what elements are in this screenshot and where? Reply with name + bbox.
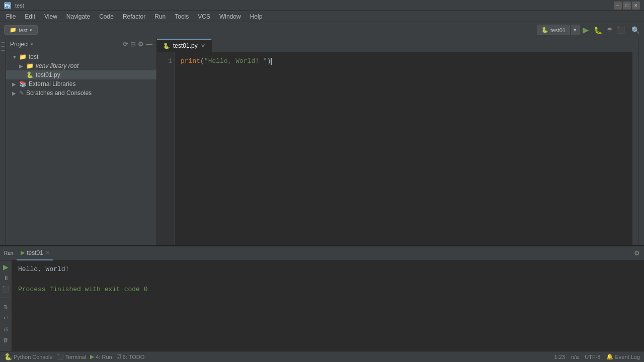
status-python-console-label: Python Console [14, 354, 53, 360]
code-string: "Hello, World! " [204, 56, 267, 66]
editor-tab-test01py[interactable]: 🐍 test01.py ✕ [157, 39, 212, 52]
sidebar-title: Project [10, 41, 29, 48]
app-wrapper: Py test ─ □ ✕ File Edit View Navigate Co… [0, 0, 644, 362]
status-terminal[interactable]: ⬛ Terminal [57, 353, 87, 360]
settings-icon[interactable]: ⚙ [138, 40, 144, 48]
sidebar-header: Project ▾ ⟳ ⊟ ⚙ — [6, 38, 156, 50]
maximize-button[interactable]: □ [623, 2, 631, 10]
status-run-label: 4: Run [96, 354, 112, 360]
status-event-log[interactable]: 🔔 Event Log [606, 353, 640, 360]
collapse-icon[interactable]: ⊟ [130, 40, 136, 48]
menu-run[interactable]: Run [150, 12, 170, 21]
run-rerun-button[interactable]: ▶ [2, 262, 11, 272]
tree-item-scratches[interactable]: ▶ ✎ Scratches and Consoles [6, 88, 156, 98]
project-label: test [19, 27, 28, 33]
tree-arrow-scratches: ▶ [12, 90, 17, 96]
status-na-label: n/a [571, 354, 579, 360]
menu-view[interactable]: View [40, 12, 61, 21]
bottom-settings-icon[interactable]: ⚙ [634, 249, 640, 257]
menu-tools[interactable]: Tools [171, 12, 193, 21]
tree-arrow-external: ▶ [12, 81, 17, 87]
sync-icon[interactable]: ⟳ [123, 40, 128, 48]
scratches-icon: ✎ [19, 89, 24, 97]
run-sortmode-button[interactable]: ⇅ [2, 302, 11, 311]
run-config-button[interactable]: 🐍 test01 [537, 25, 570, 35]
editor-tabs: 🐍 test01.py ✕ [157, 38, 638, 52]
project-selector[interactable]: 📁 test ▾ [4, 25, 38, 35]
line-numbers: 1 [157, 52, 175, 245]
activity-icon-3[interactable] [1, 50, 5, 51]
status-na[interactable]: n/a [571, 354, 579, 360]
bottom-tab-run[interactable]: ▶ test01 ✕ [17, 246, 53, 260]
status-run-icon: ▶ [90, 353, 94, 360]
menu-refactor[interactable]: Refactor [119, 12, 149, 21]
minimize-button[interactable]: ─ [614, 2, 622, 10]
status-encoding-label: UTF-8 [585, 354, 600, 360]
menu-code[interactable]: Code [95, 12, 118, 21]
menu-vcs[interactable]: VCS [194, 12, 214, 21]
tree-item-test01py[interactable]: ▶ 🐍 test01.py [6, 70, 156, 79]
tree-item-venv[interactable]: ▶ 📁 venv library root [6, 61, 156, 70]
status-todo[interactable]: ☑ 6: TODO [116, 353, 145, 360]
tree-item-external[interactable]: ▶ 📚 External Libraries [6, 79, 156, 88]
close-button[interactable]: ✕ [632, 2, 640, 10]
title-bar: Py test ─ □ ✕ [0, 0, 644, 11]
tree-label-scratches: Scratches and Consoles [26, 89, 92, 97]
python-file-icon: 🐍 [541, 27, 548, 33]
search-everywhere-button[interactable]: 🔍 [631, 26, 640, 34]
project-sidebar: Project ▾ ⟳ ⊟ ⚙ — ▼ 📁 test [6, 38, 157, 245]
minimize-panel-icon[interactable]: — [146, 40, 152, 48]
activity-icon-1[interactable] [1, 42, 5, 43]
output-line-1: Hello, World! [18, 264, 638, 275]
status-python-icon: 🐍 [4, 353, 12, 360]
run-debug-button[interactable]: 🐛 [592, 26, 604, 34]
status-python-console[interactable]: 🐍 Python Console [4, 353, 53, 360]
run-group: 🐍 test01 ▾ ▶ 🐛 ☂ ⬛ [537, 25, 626, 35]
sidebar-dropdown-icon: ▾ [31, 42, 33, 47]
status-right: 1:23 n/a UTF-8 🔔 Event Log [554, 353, 640, 360]
folder-icon: 📁 [10, 27, 17, 33]
menu-window[interactable]: Window [215, 12, 245, 21]
tree-arrow-venv: ▶ [19, 63, 24, 69]
bottom-tabs: Run: ▶ test01 ✕ ⚙ [0, 246, 644, 260]
activity-icon-2[interactable] [1, 46, 5, 47]
tab-close-button[interactable]: ✕ [201, 43, 205, 49]
tree-arrow-test: ▼ [12, 54, 17, 60]
status-encoding[interactable]: UTF-8 [585, 354, 600, 360]
run-clear-button[interactable]: 🗑 [2, 335, 11, 344]
left-activity-bar [0, 38, 6, 245]
run-coverage-button[interactable]: ☂ [605, 26, 614, 34]
menu-file[interactable]: File [2, 12, 20, 21]
run-stop-sidebar-button[interactable]: ⬛ [2, 285, 11, 294]
todo-icon: ☑ [116, 353, 121, 360]
status-position-label: 1:23 [554, 354, 565, 360]
tab-python-icon: 🐍 [163, 43, 170, 49]
status-run-tab[interactable]: ▶ 4: Run [90, 353, 112, 360]
menu-navigate[interactable]: Navigate [62, 12, 94, 21]
toolbar: 📁 test ▾ 🐍 test01 ▾ ▶ 🐛 ☂ ⬛ 🔍 [0, 22, 644, 38]
run-stop-button[interactable]: ⬛ [615, 26, 626, 34]
run-wrap-button[interactable]: ↩ [2, 313, 11, 322]
window-controls: ─ □ ✕ [614, 2, 640, 10]
run-config-dropdown[interactable]: ▾ [571, 25, 580, 35]
tree-label-test: test [29, 53, 38, 60]
folder-icon-venv: 📁 [26, 62, 34, 69]
bottom-panel: Run: ▶ test01 ✕ ⚙ ▶ ⏸ ⬛ ⇅ [0, 245, 644, 351]
tree-item-test[interactable]: ▼ 📁 test [6, 52, 156, 61]
folder-icon-test: 📁 [19, 53, 27, 60]
event-log-icon: 🔔 [606, 353, 613, 360]
status-position[interactable]: 1:23 [554, 354, 565, 360]
run-play-button[interactable]: ▶ [581, 25, 591, 35]
menu-edit[interactable]: Edit [21, 12, 39, 21]
code-area[interactable]: print("Hello, World! ") [175, 52, 632, 245]
run-pause-button[interactable]: ⏸ [2, 274, 11, 283]
chevron-down-icon: ▾ [30, 28, 32, 33]
code-line-1: print("Hello, World! ") [181, 56, 626, 66]
run-tab-close[interactable]: ✕ [45, 250, 49, 255]
code-paren-close: ) [267, 56, 271, 66]
bottom-tab-right: ⚙ [634, 249, 640, 257]
app-icon: Py [4, 2, 11, 9]
run-print-button[interactable]: 🖨 [2, 324, 11, 333]
menu-help[interactable]: Help [246, 12, 267, 21]
tab-label: test01.py [173, 42, 198, 49]
